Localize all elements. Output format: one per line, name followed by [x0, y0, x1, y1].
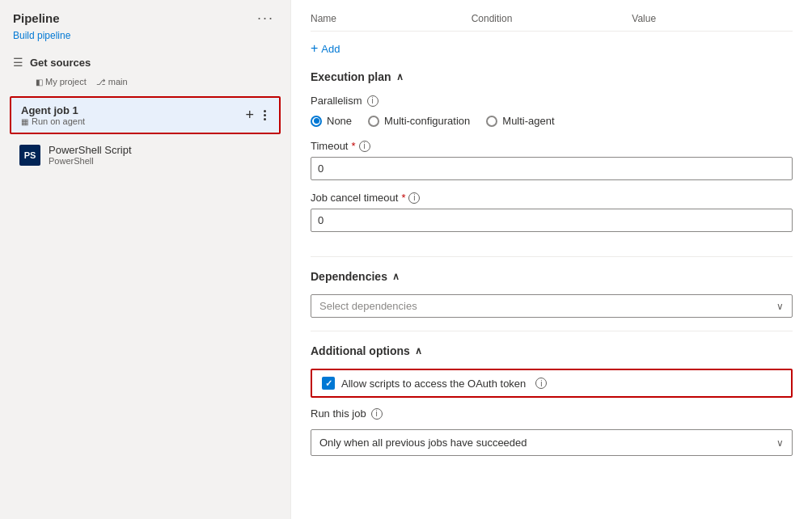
powershell-sub: PowerShell	[49, 156, 132, 166]
add-button[interactable]: + Add	[311, 41, 340, 56]
run-job-row: Run this job i	[311, 407, 793, 420]
run-job-dropdown[interactable]: Only when all previous jobs have succeed…	[311, 429, 793, 456]
radio-none[interactable]: None	[311, 115, 352, 127]
branch-label: ⎇ main	[96, 77, 128, 86]
col-value: Value	[632, 13, 793, 24]
radio-multi-config-circle	[368, 116, 379, 127]
agent-job-row[interactable]: Agent job 1 ▦ Run on agent +	[10, 96, 281, 134]
dependencies-placeholder: Select dependencies	[319, 300, 417, 312]
main-content: Name Condition Value + Add Execution pla…	[291, 0, 812, 519]
get-sources-label: Get sources	[30, 57, 91, 69]
dependencies-header[interactable]: Dependencies ∧	[311, 270, 793, 283]
execution-plan-chevron: ∧	[396, 71, 404, 82]
job-cancel-required-star: *	[401, 192, 405, 204]
main-inner: Name Condition Value + Add Execution pla…	[291, 0, 812, 469]
oauth-info-icon[interactable]: i	[535, 378, 547, 389]
parallelism-radio-group: None Multi-configuration Multi-agent	[311, 115, 793, 127]
project-icon: ◧	[36, 78, 43, 86]
radio-none-circle	[311, 116, 322, 127]
sidebar: Pipeline ··· Build pipeline ☰ Get source…	[0, 0, 291, 519]
pipeline-title: Pipeline	[13, 11, 60, 25]
timeout-info-icon[interactable]: i	[359, 141, 370, 152]
powershell-title: PowerShell Script	[49, 144, 132, 156]
agent-job-add-button[interactable]: +	[245, 107, 254, 124]
pipeline-subtitle: Build pipeline	[0, 30, 290, 49]
divider-1	[311, 256, 793, 257]
parallelism-row: Parallelism i	[311, 95, 793, 107]
agent-job-title: Agent job 1	[21, 104, 85, 116]
powershell-row[interactable]: PS PowerShell Script PowerShell	[0, 137, 290, 172]
col-condition: Condition	[472, 13, 632, 24]
job-cancel-info-icon[interactable]: i	[408, 192, 420, 204]
agent-job-info: Agent job 1 ▦ Run on agent	[21, 104, 85, 126]
table-header-row: Name Condition Value	[311, 13, 793, 32]
run-job-info-icon[interactable]: i	[371, 408, 383, 420]
radio-multi-agent[interactable]: Multi-agent	[486, 115, 554, 127]
powershell-icon: PS	[19, 145, 40, 166]
run-job-label: Run this job	[311, 407, 366, 420]
job-cancel-input[interactable]	[311, 209, 793, 232]
more-options-button[interactable]: ···	[254, 10, 277, 27]
col-name: Name	[311, 13, 472, 24]
project-label: ◧ My project	[36, 77, 87, 86]
add-plus-icon: +	[311, 41, 318, 56]
agent-job-actions: +	[245, 107, 269, 124]
powershell-label: PowerShell Script PowerShell	[49, 144, 132, 166]
branch-icon: ⎇	[96, 78, 106, 86]
execution-plan-header[interactable]: Execution plan ∧	[311, 70, 793, 83]
sidebar-header: Pipeline ···	[0, 0, 290, 30]
radio-multi-config[interactable]: Multi-configuration	[368, 115, 470, 127]
dependencies-chevron: ∧	[392, 271, 400, 282]
agent-icon: ▦	[21, 117, 28, 126]
oauth-checkbox[interactable]: ✓	[322, 377, 335, 390]
run-job-dropdown-value: Only when all previous jobs have succeed…	[319, 437, 527, 449]
dependencies-dropdown-chevron: ∨	[776, 301, 784, 312]
additional-options-chevron: ∧	[415, 345, 422, 357]
timeout-required-star: *	[351, 140, 355, 152]
run-job-dropdown-chevron: ∨	[776, 437, 784, 449]
agent-job-more-button[interactable]	[260, 108, 269, 122]
timeout-label: Timeout * i	[311, 140, 793, 152]
get-sources-meta: ◧ My project ⎇ main	[0, 75, 290, 93]
job-cancel-label: Job cancel timeout * i	[311, 192, 793, 204]
oauth-checkbox-row[interactable]: ✓ Allow scripts to access the OAuth toke…	[311, 369, 793, 398]
radio-multi-agent-circle	[486, 116, 497, 127]
pipeline-section-icon: ☰	[13, 56, 23, 69]
additional-options-header[interactable]: Additional options ∧	[311, 344, 793, 357]
agent-job-sub: ▦ Run on agent	[21, 116, 85, 126]
add-btn-row: + Add	[311, 41, 793, 56]
parallelism-info-icon[interactable]: i	[367, 95, 379, 107]
get-sources-row: ☰ Get sources	[0, 49, 290, 75]
dependencies-dropdown[interactable]: Select dependencies ∨	[311, 294, 793, 318]
timeout-input[interactable]	[311, 157, 793, 180]
divider-2	[311, 331, 793, 331]
oauth-checkbox-label: Allow scripts to access the OAuth token	[341, 378, 526, 390]
checkbox-check-icon: ✓	[325, 378, 332, 389]
